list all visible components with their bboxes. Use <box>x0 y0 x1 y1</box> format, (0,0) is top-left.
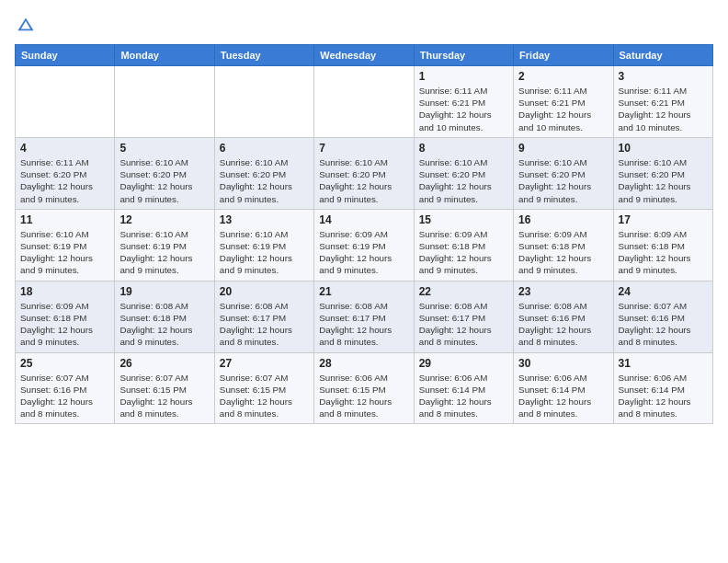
day-number: 11 <box>20 213 109 226</box>
calendar-table: SundayMondayTuesdayWednesdayThursdayFrid… <box>15 44 713 424</box>
calendar-cell: 4Sunrise: 6:11 AMSunset: 6:20 PMDaylight… <box>16 137 115 209</box>
day-info: Sunrise: 6:10 AMSunset: 6:20 PMDaylight:… <box>119 156 209 205</box>
calendar-week-2: 4Sunrise: 6:11 AMSunset: 6:20 PMDaylight… <box>16 137 713 209</box>
calendar-cell: 16Sunrise: 6:09 AMSunset: 6:18 PMDayligh… <box>514 209 613 281</box>
calendar-cell: 12Sunrise: 6:10 AMSunset: 6:19 PMDayligh… <box>115 209 214 281</box>
calendar-cell: 3Sunrise: 6:11 AMSunset: 6:21 PMDaylight… <box>613 66 712 138</box>
weekday-header-friday: Friday <box>514 45 613 66</box>
calendar-cell <box>115 66 214 138</box>
calendar-cell <box>314 66 414 138</box>
calendar-cell: 6Sunrise: 6:10 AMSunset: 6:20 PMDaylight… <box>214 137 313 209</box>
day-info: Sunrise: 6:08 AMSunset: 6:17 PMDaylight:… <box>319 300 408 349</box>
day-info: Sunrise: 6:11 AMSunset: 6:21 PMDaylight:… <box>419 85 508 133</box>
day-info: Sunrise: 6:08 AMSunset: 6:17 PMDaylight:… <box>419 300 508 349</box>
calendar-cell: 10Sunrise: 6:10 AMSunset: 6:20 PMDayligh… <box>613 137 712 209</box>
day-number: 21 <box>319 285 408 298</box>
weekday-header-wednesday: Wednesday <box>314 45 414 66</box>
day-number: 26 <box>119 357 209 370</box>
day-info: Sunrise: 6:07 AMSunset: 6:15 PMDaylight:… <box>119 372 209 420</box>
day-number: 7 <box>319 142 408 155</box>
calendar-cell: 21Sunrise: 6:08 AMSunset: 6:17 PMDayligh… <box>314 281 414 352</box>
calendar-week-3: 11Sunrise: 6:10 AMSunset: 6:19 PMDayligh… <box>16 209 713 281</box>
weekday-header-tuesday: Tuesday <box>214 45 313 66</box>
calendar-cell: 23Sunrise: 6:08 AMSunset: 6:16 PMDayligh… <box>514 281 613 352</box>
calendar-cell: 1Sunrise: 6:11 AMSunset: 6:21 PMDaylight… <box>414 66 513 138</box>
calendar-cell: 19Sunrise: 6:08 AMSunset: 6:18 PMDayligh… <box>115 281 214 352</box>
day-info: Sunrise: 6:11 AMSunset: 6:21 PMDaylight:… <box>518 85 608 133</box>
day-number: 17 <box>619 213 708 226</box>
day-number: 18 <box>20 285 109 298</box>
calendar-cell <box>16 66 115 138</box>
day-info: Sunrise: 6:10 AMSunset: 6:20 PMDaylight:… <box>319 156 408 205</box>
day-number: 2 <box>518 70 608 83</box>
day-number: 27 <box>220 357 309 370</box>
day-number: 4 <box>20 142 109 155</box>
day-number: 3 <box>619 70 708 83</box>
calendar-cell: 25Sunrise: 6:07 AMSunset: 6:16 PMDayligh… <box>16 352 115 424</box>
calendar-week-1: 1Sunrise: 6:11 AMSunset: 6:21 PMDaylight… <box>16 66 713 138</box>
calendar-cell: 5Sunrise: 6:10 AMSunset: 6:20 PMDaylight… <box>115 137 214 209</box>
calendar-week-5: 25Sunrise: 6:07 AMSunset: 6:16 PMDayligh… <box>16 352 713 424</box>
day-info: Sunrise: 6:11 AMSunset: 6:20 PMDaylight:… <box>20 156 109 205</box>
day-number: 30 <box>518 357 608 370</box>
day-number: 9 <box>518 142 608 155</box>
calendar-cell: 27Sunrise: 6:07 AMSunset: 6:15 PMDayligh… <box>214 352 313 424</box>
calendar-cell: 26Sunrise: 6:07 AMSunset: 6:15 PMDayligh… <box>115 352 214 424</box>
calendar-cell: 13Sunrise: 6:10 AMSunset: 6:19 PMDayligh… <box>214 209 313 281</box>
logo <box>15 15 40 37</box>
day-info: Sunrise: 6:09 AMSunset: 6:18 PMDaylight:… <box>518 228 608 277</box>
day-info: Sunrise: 6:06 AMSunset: 6:14 PMDaylight:… <box>419 372 508 420</box>
day-info: Sunrise: 6:09 AMSunset: 6:19 PMDaylight:… <box>319 228 408 277</box>
day-number: 16 <box>518 213 608 226</box>
day-number: 1 <box>419 70 508 83</box>
weekday-header-sunday: Sunday <box>16 45 115 66</box>
calendar-cell: 24Sunrise: 6:07 AMSunset: 6:16 PMDayligh… <box>613 281 712 352</box>
day-number: 12 <box>119 213 209 226</box>
day-number: 8 <box>419 142 508 155</box>
day-number: 13 <box>220 213 309 226</box>
page-header <box>15 15 713 37</box>
day-info: Sunrise: 6:10 AMSunset: 6:19 PMDaylight:… <box>119 228 209 277</box>
day-info: Sunrise: 6:07 AMSunset: 6:16 PMDaylight:… <box>20 372 109 420</box>
calendar-cell: 9Sunrise: 6:10 AMSunset: 6:20 PMDaylight… <box>514 137 613 209</box>
day-info: Sunrise: 6:10 AMSunset: 6:20 PMDaylight:… <box>619 156 708 205</box>
calendar-cell: 29Sunrise: 6:06 AMSunset: 6:14 PMDayligh… <box>414 352 513 424</box>
calendar-cell: 17Sunrise: 6:09 AMSunset: 6:18 PMDayligh… <box>613 209 712 281</box>
day-number: 10 <box>619 142 708 155</box>
day-number: 23 <box>518 285 608 298</box>
calendar-cell <box>214 66 313 138</box>
weekday-header-monday: Monday <box>115 45 214 66</box>
day-info: Sunrise: 6:09 AMSunset: 6:18 PMDaylight:… <box>419 228 508 277</box>
day-info: Sunrise: 6:06 AMSunset: 6:14 PMDaylight:… <box>518 372 608 420</box>
logo-icon <box>15 15 37 37</box>
calendar-cell: 14Sunrise: 6:09 AMSunset: 6:19 PMDayligh… <box>314 209 414 281</box>
day-number: 5 <box>119 142 209 155</box>
day-number: 19 <box>119 285 209 298</box>
calendar-cell: 15Sunrise: 6:09 AMSunset: 6:18 PMDayligh… <box>414 209 513 281</box>
day-info: Sunrise: 6:10 AMSunset: 6:20 PMDaylight:… <box>518 156 608 205</box>
day-number: 14 <box>319 213 408 226</box>
day-number: 28 <box>319 357 408 370</box>
day-info: Sunrise: 6:10 AMSunset: 6:20 PMDaylight:… <box>220 156 309 205</box>
day-info: Sunrise: 6:07 AMSunset: 6:16 PMDaylight:… <box>619 300 708 349</box>
day-number: 22 <box>419 285 508 298</box>
day-info: Sunrise: 6:06 AMSunset: 6:15 PMDaylight:… <box>319 372 408 420</box>
calendar-cell: 8Sunrise: 6:10 AMSunset: 6:20 PMDaylight… <box>414 137 513 209</box>
calendar-cell: 30Sunrise: 6:06 AMSunset: 6:14 PMDayligh… <box>514 352 613 424</box>
day-number: 20 <box>220 285 309 298</box>
day-number: 31 <box>619 357 708 370</box>
day-number: 25 <box>20 357 109 370</box>
day-info: Sunrise: 6:08 AMSunset: 6:16 PMDaylight:… <box>518 300 608 349</box>
calendar-cell: 11Sunrise: 6:10 AMSunset: 6:19 PMDayligh… <box>16 209 115 281</box>
day-info: Sunrise: 6:10 AMSunset: 6:19 PMDaylight:… <box>20 228 109 277</box>
day-info: Sunrise: 6:06 AMSunset: 6:14 PMDaylight:… <box>619 372 708 420</box>
day-info: Sunrise: 6:10 AMSunset: 6:20 PMDaylight:… <box>419 156 508 205</box>
weekday-header-row: SundayMondayTuesdayWednesdayThursdayFrid… <box>16 45 713 66</box>
day-info: Sunrise: 6:08 AMSunset: 6:17 PMDaylight:… <box>220 300 309 349</box>
day-info: Sunrise: 6:11 AMSunset: 6:21 PMDaylight:… <box>619 85 708 133</box>
day-number: 15 <box>419 213 508 226</box>
calendar-cell: 2Sunrise: 6:11 AMSunset: 6:21 PMDaylight… <box>514 66 613 138</box>
calendar-body: 1Sunrise: 6:11 AMSunset: 6:21 PMDaylight… <box>16 66 713 424</box>
calendar-cell: 18Sunrise: 6:09 AMSunset: 6:18 PMDayligh… <box>16 281 115 352</box>
calendar-header: SundayMondayTuesdayWednesdayThursdayFrid… <box>16 45 713 66</box>
